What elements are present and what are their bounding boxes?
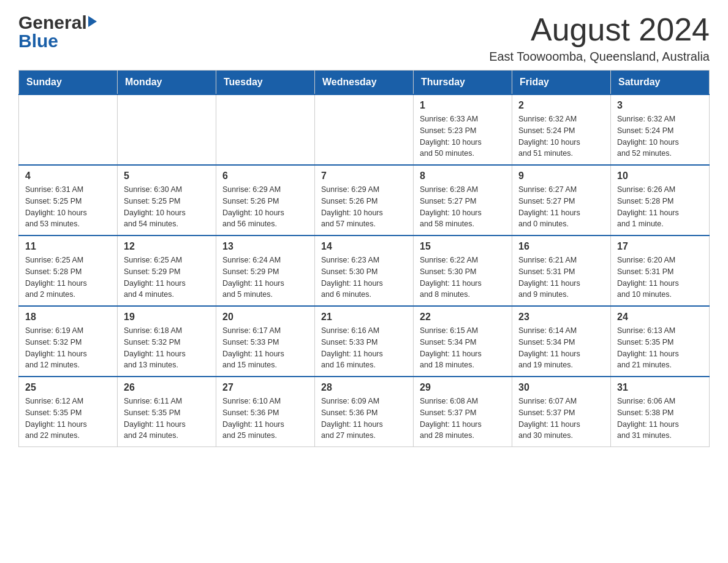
calendar-cell: 22Sunrise: 6:15 AM Sunset: 5:34 PM Dayli… <box>414 306 512 377</box>
title-block: August 2024 East Toowoomba, Queensland, … <box>489 12 710 64</box>
logo: General Blue <box>18 12 97 52</box>
day-info: Sunrise: 6:08 AM Sunset: 5:37 PM Dayligh… <box>420 396 506 442</box>
day-number: 8 <box>420 170 506 182</box>
calendar-week-row: 25Sunrise: 6:12 AM Sunset: 5:35 PM Dayli… <box>19 377 710 447</box>
calendar-week-row: 1Sunrise: 6:33 AM Sunset: 5:23 PM Daylig… <box>19 94 710 165</box>
day-info: Sunrise: 6:16 AM Sunset: 5:33 PM Dayligh… <box>321 325 407 371</box>
day-number: 10 <box>617 170 703 182</box>
calendar-week-row: 4Sunrise: 6:31 AM Sunset: 5:25 PM Daylig… <box>19 165 710 236</box>
day-info: Sunrise: 6:32 AM Sunset: 5:24 PM Dayligh… <box>617 113 703 159</box>
day-number: 31 <box>617 382 703 393</box>
day-number: 11 <box>25 241 111 252</box>
day-number: 14 <box>321 241 407 252</box>
day-info: Sunrise: 6:12 AM Sunset: 5:35 PM Dayligh… <box>25 396 111 442</box>
calendar-cell <box>19 94 118 165</box>
day-info: Sunrise: 6:10 AM Sunset: 5:36 PM Dayligh… <box>222 396 308 442</box>
calendar-header-friday: Friday <box>512 71 611 95</box>
calendar-cell: 2Sunrise: 6:32 AM Sunset: 5:24 PM Daylig… <box>512 94 611 165</box>
day-info: Sunrise: 6:24 AM Sunset: 5:29 PM Dayligh… <box>222 255 308 301</box>
calendar-cell: 20Sunrise: 6:17 AM Sunset: 5:33 PM Dayli… <box>216 306 315 377</box>
location-title: East Toowoomba, Queensland, Australia <box>489 50 710 64</box>
calendar-cell: 1Sunrise: 6:33 AM Sunset: 5:23 PM Daylig… <box>414 94 512 165</box>
calendar-cell: 14Sunrise: 6:23 AM Sunset: 5:30 PM Dayli… <box>315 236 414 306</box>
calendar-cell: 25Sunrise: 6:12 AM Sunset: 5:35 PM Dayli… <box>19 377 118 447</box>
calendar-cell: 11Sunrise: 6:25 AM Sunset: 5:28 PM Dayli… <box>19 236 118 306</box>
calendar-cell: 13Sunrise: 6:24 AM Sunset: 5:29 PM Dayli… <box>216 236 315 306</box>
calendar-week-row: 18Sunrise: 6:19 AM Sunset: 5:32 PM Dayli… <box>19 306 710 377</box>
day-info: Sunrise: 6:20 AM Sunset: 5:31 PM Dayligh… <box>617 255 703 301</box>
day-info: Sunrise: 6:22 AM Sunset: 5:30 PM Dayligh… <box>420 255 506 301</box>
day-info: Sunrise: 6:07 AM Sunset: 5:37 PM Dayligh… <box>518 396 604 442</box>
day-number: 26 <box>124 382 210 393</box>
calendar-cell: 12Sunrise: 6:25 AM Sunset: 5:29 PM Dayli… <box>118 236 216 306</box>
day-number: 4 <box>25 170 111 182</box>
day-number: 9 <box>518 170 604 182</box>
calendar-header-saturday: Saturday <box>611 71 710 95</box>
logo-general-text: General <box>18 12 87 33</box>
calendar-cell: 23Sunrise: 6:14 AM Sunset: 5:34 PM Dayli… <box>512 306 611 377</box>
calendar-cell <box>118 94 216 165</box>
day-number: 2 <box>518 100 604 111</box>
calendar-header-thursday: Thursday <box>414 71 512 95</box>
calendar-cell: 29Sunrise: 6:08 AM Sunset: 5:37 PM Dayli… <box>414 377 512 447</box>
day-info: Sunrise: 6:28 AM Sunset: 5:27 PM Dayligh… <box>420 184 506 230</box>
calendar-cell: 3Sunrise: 6:32 AM Sunset: 5:24 PM Daylig… <box>611 94 710 165</box>
calendar-cell <box>315 94 414 165</box>
calendar-header-tuesday: Tuesday <box>216 71 315 95</box>
calendar-cell: 16Sunrise: 6:21 AM Sunset: 5:31 PM Dayli… <box>512 236 611 306</box>
day-info: Sunrise: 6:14 AM Sunset: 5:34 PM Dayligh… <box>518 325 604 371</box>
day-number: 17 <box>617 241 703 252</box>
day-info: Sunrise: 6:17 AM Sunset: 5:33 PM Dayligh… <box>222 325 308 371</box>
month-title: August 2024 <box>489 12 710 47</box>
day-number: 3 <box>617 100 703 111</box>
calendar-header-row: SundayMondayTuesdayWednesdayThursdayFrid… <box>19 71 710 95</box>
calendar-cell: 21Sunrise: 6:16 AM Sunset: 5:33 PM Dayli… <box>315 306 414 377</box>
calendar-cell: 6Sunrise: 6:29 AM Sunset: 5:26 PM Daylig… <box>216 165 315 236</box>
day-number: 29 <box>420 382 506 393</box>
calendar-cell <box>216 94 315 165</box>
day-number: 18 <box>25 312 111 323</box>
day-info: Sunrise: 6:25 AM Sunset: 5:29 PM Dayligh… <box>124 255 210 301</box>
calendar-cell: 4Sunrise: 6:31 AM Sunset: 5:25 PM Daylig… <box>19 165 118 236</box>
calendar-cell: 27Sunrise: 6:10 AM Sunset: 5:36 PM Dayli… <box>216 377 315 447</box>
day-number: 5 <box>124 170 210 182</box>
page-header: General Blue August 2024 East Toowoomba,… <box>18 12 710 64</box>
calendar-cell: 17Sunrise: 6:20 AM Sunset: 5:31 PM Dayli… <box>611 236 710 306</box>
calendar-cell: 19Sunrise: 6:18 AM Sunset: 5:32 PM Dayli… <box>118 306 216 377</box>
day-info: Sunrise: 6:29 AM Sunset: 5:26 PM Dayligh… <box>222 184 308 230</box>
day-number: 25 <box>25 382 111 393</box>
day-number: 30 <box>518 382 604 393</box>
day-info: Sunrise: 6:11 AM Sunset: 5:35 PM Dayligh… <box>124 396 210 442</box>
day-info: Sunrise: 6:27 AM Sunset: 5:27 PM Dayligh… <box>518 184 604 230</box>
day-number: 7 <box>321 170 407 182</box>
day-info: Sunrise: 6:21 AM Sunset: 5:31 PM Dayligh… <box>518 255 604 301</box>
calendar-table: SundayMondayTuesdayWednesdayThursdayFrid… <box>18 70 710 447</box>
calendar-cell: 8Sunrise: 6:28 AM Sunset: 5:27 PM Daylig… <box>414 165 512 236</box>
day-number: 15 <box>420 241 506 252</box>
day-info: Sunrise: 6:23 AM Sunset: 5:30 PM Dayligh… <box>321 255 407 301</box>
calendar-week-row: 11Sunrise: 6:25 AM Sunset: 5:28 PM Dayli… <box>19 236 710 306</box>
day-number: 24 <box>617 312 703 323</box>
calendar-header-wednesday: Wednesday <box>315 71 414 95</box>
day-info: Sunrise: 6:19 AM Sunset: 5:32 PM Dayligh… <box>25 325 111 371</box>
day-number: 20 <box>222 312 308 323</box>
day-number: 6 <box>222 170 308 182</box>
day-info: Sunrise: 6:30 AM Sunset: 5:25 PM Dayligh… <box>124 184 210 230</box>
calendar-cell: 18Sunrise: 6:19 AM Sunset: 5:32 PM Dayli… <box>19 306 118 377</box>
calendar-cell: 10Sunrise: 6:26 AM Sunset: 5:28 PM Dayli… <box>611 165 710 236</box>
day-info: Sunrise: 6:29 AM Sunset: 5:26 PM Dayligh… <box>321 184 407 230</box>
day-info: Sunrise: 6:15 AM Sunset: 5:34 PM Dayligh… <box>420 325 506 371</box>
day-number: 19 <box>124 312 210 323</box>
calendar-cell: 9Sunrise: 6:27 AM Sunset: 5:27 PM Daylig… <box>512 165 611 236</box>
day-info: Sunrise: 6:06 AM Sunset: 5:38 PM Dayligh… <box>617 396 703 442</box>
calendar-cell: 15Sunrise: 6:22 AM Sunset: 5:30 PM Dayli… <box>414 236 512 306</box>
calendar-cell: 28Sunrise: 6:09 AM Sunset: 5:36 PM Dayli… <box>315 377 414 447</box>
calendar-cell: 30Sunrise: 6:07 AM Sunset: 5:37 PM Dayli… <box>512 377 611 447</box>
calendar-cell: 31Sunrise: 6:06 AM Sunset: 5:38 PM Dayli… <box>611 377 710 447</box>
calendar-cell: 24Sunrise: 6:13 AM Sunset: 5:35 PM Dayli… <box>611 306 710 377</box>
day-info: Sunrise: 6:31 AM Sunset: 5:25 PM Dayligh… <box>25 184 111 230</box>
day-number: 27 <box>222 382 308 393</box>
day-info: Sunrise: 6:33 AM Sunset: 5:23 PM Dayligh… <box>420 113 506 159</box>
calendar-cell: 26Sunrise: 6:11 AM Sunset: 5:35 PM Dayli… <box>118 377 216 447</box>
day-number: 12 <box>124 241 210 252</box>
